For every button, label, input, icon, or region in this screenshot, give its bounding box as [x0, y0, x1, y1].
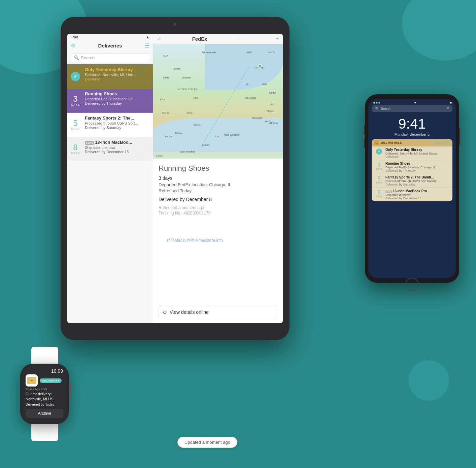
iphone-vol-down: [364, 138, 365, 148]
iphone-del-sub-2: Delivered by Thursday: [385, 169, 436, 172]
iphone-home-button[interactable]: [405, 278, 419, 291]
delivery-name-2: Running Shoes: [85, 91, 150, 96]
iphone-del-sub-1: Delivered!: [385, 155, 438, 159]
iphone-badge-2: 3 DAYS: [374, 162, 384, 170]
iphone-side-button: [459, 128, 460, 145]
watch-screen: 10:09 TO: DELIVERIES Space Age shirt: [23, 366, 66, 422]
menu-icon[interactable]: ☰: [145, 42, 149, 49]
delivery-badge-3: 5 DAYS: [67, 113, 83, 137]
iphone-search-icon: 🔍: [375, 107, 379, 110]
iphone-screen: ●●●●● ♥ ■ 🔍 Search 🎤 9:41 Monday, Decemb…: [368, 99, 456, 278]
detail-area: Running Shoes 3 days Departed FedEx loca…: [153, 159, 283, 301]
iphone-mic-icon[interactable]: 🎤: [445, 107, 449, 110]
widget-show-less[interactable]: Show Less: [435, 141, 450, 144]
delivery-detail-4: Ship date unknown: [85, 145, 150, 149]
iphone-del-content-3: Fantasy Sports 2: The Bandi... Processed…: [385, 175, 439, 186]
watch-content-line2: Northville, MI US: [26, 397, 64, 402]
iphone-del-name-4: 2 of 213-inch MacBook Pro: [385, 189, 427, 193]
add-icon[interactable]: +: [276, 36, 279, 42]
iphone-del-name-3: Fantasy Sports 2: The Bandi...: [385, 175, 439, 179]
map-legal: Legal: [156, 154, 163, 157]
iphone-status-bar: ●●●●● ♥ ■: [368, 99, 456, 105]
detail-title: Running Shoes: [159, 164, 277, 173]
iphone-battery: ■: [450, 101, 452, 104]
delivery-badge-2: 3 DAYS: [67, 89, 83, 112]
watch-item-title: Space Age shirt: [23, 387, 66, 392]
iphone-widget-item-3[interactable]: 5 DAYS Fantasy Sports 2: The Bandi... Pr…: [372, 174, 452, 188]
iphone-search-bar[interactable]: 🔍 Search 🎤: [372, 105, 452, 112]
iphone-widget-item-1[interactable]: ✓ Only Yesterday Blu-ray Delivered: Nort…: [372, 146, 452, 160]
watch-icon-box: TO:: [26, 374, 38, 387]
expand-icon[interactable]: ⤢: [157, 36, 161, 41]
map-route-svg: [153, 44, 283, 159]
watch-package-icon: TO:: [27, 377, 36, 384]
watch-button[interactable]: [69, 395, 71, 400]
detail-departed: Departed FedEx location: Chicago, IL: [159, 182, 277, 187]
watch-body: 10:09 TO: DELIVERIES Space Age shirt: [20, 364, 69, 424]
iphone-del-content-1: Only Yesterday Blu-ray Delivered: Northv…: [385, 148, 438, 159]
iphone-signal: ●●●●●: [372, 101, 380, 104]
iphone-del-detail-3: Processed through USPS Sort Facility...: [385, 179, 439, 183]
delivery-content-2: Running Shoes Departed FedEx location: C…: [83, 89, 153, 112]
iphone-del-content-4: 2 of 213-inch MacBook Pro Ship date unkn…: [385, 189, 427, 200]
days-number-2: 3: [73, 95, 77, 103]
iphone-days-num-2: 3: [378, 162, 381, 168]
more-icon[interactable]: ···: [238, 36, 242, 41]
days-number-4: 8: [73, 143, 77, 152]
delivery-item-2[interactable]: 3 DAYS Running Shoes Departed FedEx loca…: [67, 89, 153, 113]
delivery-content-1: Only Yesterday Blu-ray Delivered: Northv…: [83, 64, 153, 88]
iphone-device: ●●●●● ♥ ■ 🔍 Search 🎤 9:41 Monday, Decemb…: [365, 94, 459, 283]
ipad-search-bar[interactable]: 🔍 Search: [70, 53, 150, 62]
ipad-right-nav: ⤢ FedEx ··· +: [153, 34, 283, 44]
iphone-widget-header: 📦 DELIVERIES Show Less: [372, 139, 452, 146]
settings-icon[interactable]: ⚙: [71, 42, 75, 49]
iphone-del-detail-1: Delivered: Northville, MI, United States: [385, 152, 438, 155]
delivery-sub-1: Delivered!: [85, 77, 150, 81]
detail-refreshed-ago: Refreshed a moment ago: [159, 205, 277, 210]
ipad-right-panel: ⤢ FedEx ··· + S.D. Minneapolis WIS. MICH…: [153, 34, 283, 323]
iphone-vol-up: [364, 125, 365, 135]
search-icon: 🔍: [74, 55, 79, 60]
iphone-days-lbl-4: DAYS: [376, 195, 382, 198]
iphone-badge-3: 5 DAYS: [374, 175, 384, 184]
iphone-del-sub-3: Delivered by Saturday: [385, 183, 439, 186]
view-details-label: View details online: [170, 309, 209, 315]
delivery-content-4: 2 of 213-inch MacBoo... Ship date unknow…: [83, 137, 153, 161]
ipad-nav: ⚙ Deliveries ☰: [67, 40, 153, 51]
iphone-badge-2of2: 2 of 2: [385, 191, 392, 193]
widget-title: DELIVERIES: [381, 141, 433, 144]
compass-icon: ⊙: [163, 309, 167, 315]
bg-decoration-br: [409, 360, 449, 401]
watch-wrapper: 10:09 TO: DELIVERIES Space Age shirt: [13, 347, 76, 441]
widget-package-icon: 📦: [374, 140, 379, 145]
iphone-deliveries-widget: 📦 DELIVERIES Show Less ✓ Only Yesterday …: [372, 139, 452, 201]
iphone-widget-item-4[interactable]: 8 DAYS 2 of 213-inch MacBook Pro Ship da…: [372, 188, 452, 201]
map-area: S.D. Minneapolis WIS. MICH. IOWA Chicago…: [153, 44, 283, 159]
delivery-name-3: Fantasy Sports 2: The...: [85, 115, 150, 121]
iphone-search-label: Search: [381, 107, 443, 110]
iphone-time-display: 9:41: [368, 114, 456, 132]
ipad-camera: [174, 23, 176, 26]
watch-strap-bottom: [31, 424, 58, 441]
delivery-item-4[interactable]: 8 DAYS 2 of 213-inch MacBoo... Ship date…: [67, 137, 153, 161]
view-details-button[interactable]: ⊙ View details online: [159, 305, 277, 319]
delivery-item-1[interactable]: ✓ Only Yesterday Blu-ray Delivered: Nort…: [67, 64, 153, 89]
ipad-right-nav-title: FedEx: [192, 36, 207, 42]
days-label-4: DAYS: [71, 152, 80, 155]
iphone-widget-item-2[interactable]: 3 DAYS Running Shoes Departed FedEx loca…: [372, 160, 452, 174]
days-label-3: DAYS: [71, 127, 80, 131]
detail-delivered-by: Delivered by December 8: [159, 197, 277, 202]
ipad-screen: iPad ▲ ⚙ Deliveries ☰ 🔍 Search ✓ Only Ye: [67, 34, 283, 323]
watch-time-bar: 10:09: [23, 366, 66, 374]
apple-watch-device: 10:09 TO: DELIVERIES Space Age shirt: [13, 347, 76, 428]
iphone-badge-1: ✓: [374, 148, 384, 155]
iphone-days-num-4: 8: [378, 190, 381, 195]
delivery-sub-3: Delivered by Saturday: [85, 126, 150, 130]
watch-archive-button[interactable]: Archive: [26, 409, 64, 418]
days-number-3: 5: [73, 119, 77, 127]
delivery-sub-2: Delivered by Thursday: [85, 101, 150, 105]
watch-icon-area: TO: DELIVERIES: [23, 374, 66, 387]
ipad-nav-title: Deliveries: [98, 43, 122, 48]
delivery-item-3[interactable]: 5 DAYS Fantasy Sports 2: The... Processe…: [67, 113, 153, 137]
updated-button[interactable]: Updated a moment ago: [177, 437, 237, 448]
